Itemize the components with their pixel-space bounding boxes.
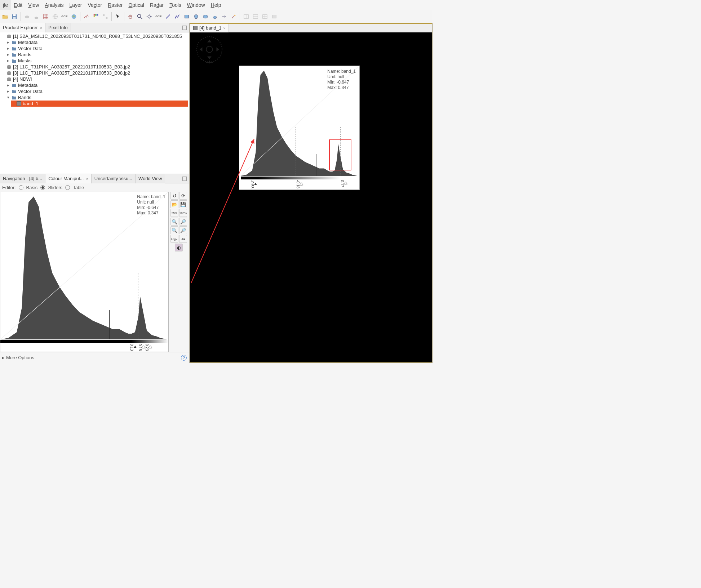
classify-icon[interactable] [92,12,100,21]
stretch-100-button[interactable]: 100% [179,209,187,217]
folder-icon [12,83,17,88]
menu-help[interactable]: Help [208,0,224,10]
range-icon[interactable]: ⇔ [179,235,187,243]
tab-pixel-info[interactable]: Pixel Info [45,23,71,32]
save-palette-icon[interactable]: 💾 [179,200,187,208]
open-palette-icon[interactable]: 📂 [170,200,178,208]
tree-masks[interactable]: ▸Masks [6,58,188,64]
menu-layer[interactable]: Layer [66,0,85,10]
folder-icon [12,95,17,100]
histogram-info: Name: band_1 Unit: null Min: -0.647 Max:… [137,194,165,216]
product-tree[interactable]: [1] S2A_MSIL1C_20220930T011731_N0400_R08… [0,32,189,174]
view-tab-band1[interactable]: [4] band_1 × [190,24,229,32]
line-icon[interactable] [164,12,172,21]
tree-ndwi-vector[interactable]: ▸Vector Data [6,88,188,94]
radio-table[interactable] [65,185,70,190]
tree-vector[interactable]: ▸Vector Data [6,45,188,52]
reload-icon[interactable]: ⟳ [179,192,187,200]
zoom-out-v-icon[interactable]: 🔎 [179,218,187,226]
tab-world-view[interactable]: World View [136,174,165,183]
tree-product-3[interactable]: [3] L1C_T31PHK_A038257_20221019T100533_B… [1,70,188,76]
tile-v-icon[interactable] [251,12,260,21]
window-icon[interactable] [270,12,279,21]
world-icon[interactable] [70,12,78,21]
colour-manipulation-panel: Editor: Basic Sliders Table Name: band_1… [0,183,189,363]
close-tab-icon[interactable]: × [40,26,42,30]
tree-product-1[interactable]: [1] S2A_MSIL1C_20220930T011731_N0400_R08… [1,33,188,64]
radio-basic[interactable] [19,185,23,190]
tile-grid-icon[interactable] [261,12,269,21]
label-icon[interactable] [220,12,229,21]
menu-view[interactable]: View [25,0,42,10]
tree-product-2[interactable]: [2] L1C_T31PHK_A038257_20221019T100533_B… [1,64,188,70]
rectangle-icon[interactable] [182,12,191,21]
menu-bar: ile Edit View Analysis Layer Vector Rast… [0,0,432,10]
radio-sliders[interactable] [40,185,45,190]
more-options-label[interactable]: More Options [6,355,34,360]
polyline-icon[interactable] [173,12,182,21]
polygon-icon[interactable] [192,12,200,21]
mask-icon[interactable] [32,12,41,21]
tree-ndwi-bands[interactable]: ▾Bands band_1 [6,94,188,107]
tree-bands[interactable]: ▸Bands [6,52,188,58]
gcp-tool-icon[interactable]: GCP [154,12,163,21]
minimize-icon[interactable] [182,177,187,181]
reset-icon[interactable]: ↺ [170,192,178,200]
grid-icon[interactable] [41,12,50,21]
tab-uncertainty[interactable]: Uncertainty Visu... [92,174,136,183]
menu-tools[interactable]: Tools [167,0,184,10]
menu-file[interactable]: ile [0,0,11,10]
zoom-in-v-icon[interactable]: 🔍 [170,218,178,226]
inset-gradient-bar [241,176,358,179]
globe-icon[interactable] [51,12,59,21]
tile-h-icon[interactable] [242,12,250,21]
tab-navigation[interactable]: Navigation - [4] b... [0,174,45,183]
log10-button[interactable]: Log₁₀ [170,235,178,243]
navigation-widget-icon[interactable] [195,35,223,63]
close-tab-icon[interactable]: × [86,177,88,181]
tree-product-4[interactable]: [4] NDWI ▸Metadata ▸Vector Data ▾Bands b… [1,76,188,107]
tab-product-explorer[interactable]: Product Explorer × [0,23,45,32]
image-viewer[interactable]: [4] band_1 × Name: band_1 Unit: null Min… [190,23,432,363]
zoom-out-h-icon[interactable]: 🔎 [179,226,187,234]
minimize-icon[interactable] [182,26,187,30]
product-icon [6,77,12,82]
open-icon[interactable] [1,12,9,21]
menu-vector[interactable]: Vector [85,0,105,10]
histogram-panel[interactable]: Name: band_1 Unit: null Min: -0.647 Max:… [0,192,169,352]
pointer-icon[interactable] [114,12,122,21]
bandmath-icon[interactable] [101,12,110,21]
tree-ndwi-metadata[interactable]: ▸Metadata [6,82,188,88]
tab-colour-manipulation[interactable]: Colour Manipul...× [45,174,92,183]
graph-icon[interactable] [82,12,91,21]
crosshair-icon[interactable] [145,12,154,21]
freehand-icon[interactable] [210,12,219,21]
cloud-icon[interactable] [23,12,31,21]
pan-icon[interactable] [126,12,135,21]
close-tab-icon[interactable]: × [223,26,225,30]
wand-icon[interactable] [229,12,238,21]
gradient-bar[interactable] [0,339,168,343]
upper-panel-tabs: Product Explorer × Pixel Info [0,23,189,32]
tree-band-1[interactable]: band_1 [11,101,188,107]
zoom-icon[interactable] [136,12,144,21]
tree-metadata[interactable]: ▸Metadata [6,39,188,45]
slider-ticks[interactable]: 0.130.180.23 [0,343,168,351]
svg-point-16 [138,14,141,17]
zoom-in-h-icon[interactable]: 🔍 [170,226,178,234]
help-icon[interactable]: ? [181,355,187,361]
menu-analysis[interactable]: Analysis [42,0,66,10]
gcp-icon[interactable]: GCP [60,12,69,21]
menu-optical[interactable]: Optical [125,0,147,10]
stretch-95-button[interactable]: 95% [170,209,178,217]
expand-icon[interactable]: ▸ [2,355,5,360]
menu-window[interactable]: Window [184,0,208,10]
menu-radar[interactable]: Radar [147,0,167,10]
menu-edit[interactable]: Edit [11,0,25,10]
editor-label: Editor: [2,185,16,190]
menu-raster[interactable]: Raster [105,0,125,10]
ellipse-icon[interactable] [201,12,210,21]
folder-icon [12,58,17,63]
save-icon[interactable] [10,12,19,21]
palette-icon[interactable]: ◐ [175,244,183,251]
